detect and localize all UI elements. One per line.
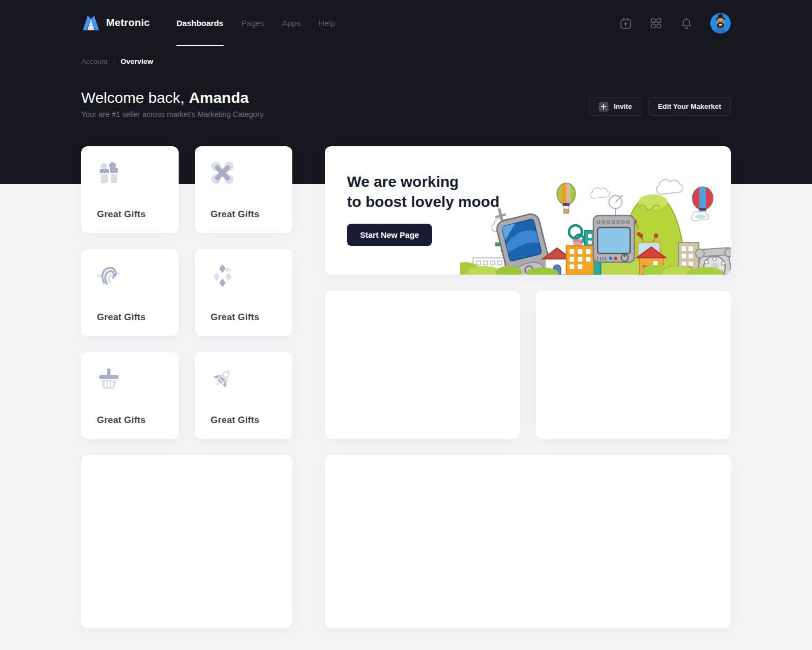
- gift-card[interactable]: Great Gifts: [81, 352, 179, 439]
- brand-logo[interactable]: Metronic: [81, 13, 150, 32]
- user-name-text: Amanda: [189, 89, 248, 106]
- nav-item-apps[interactable]: Apps: [282, 0, 300, 46]
- top-navbar: Metronic Dashboards Pages Apps Help: [0, 0, 812, 46]
- breadcrumb-item-account[interactable]: Account: [81, 57, 108, 66]
- promo-banner-card: We are working to boost lovely mood Star…: [325, 146, 731, 275]
- greeting-text: Welcome back,: [81, 89, 185, 106]
- gift-card[interactable]: Great Gifts: [195, 352, 292, 439]
- banner-heading-line1: We are working: [347, 172, 500, 192]
- placeholder-card: [325, 291, 520, 439]
- gift-card-label: Great Gifts: [97, 415, 146, 426]
- banner-illustration: [460, 146, 731, 275]
- apps-grid-icon[interactable]: [650, 17, 663, 30]
- chevron-right-icon: ›: [113, 58, 115, 66]
- basket-icon: [96, 366, 121, 391]
- edit-button-label: Edit Your Makerket: [658, 102, 721, 110]
- nav-item-help[interactable]: Help: [318, 0, 335, 46]
- hero-actions: Invite Edit Your Makerket: [589, 97, 731, 116]
- main-nav: Dashboards Pages Apps Help: [176, 0, 335, 46]
- invite-button[interactable]: Invite: [589, 97, 641, 116]
- gift-card-label: Great Gifts: [211, 415, 259, 426]
- gift-card-label: Great Gifts: [97, 209, 146, 220]
- brand-name: Metronic: [106, 17, 150, 29]
- edit-your-market-button[interactable]: Edit Your Makerket: [648, 97, 731, 116]
- user-avatar-image: [710, 13, 731, 34]
- placeholder-card: [325, 455, 731, 628]
- placeholder-card: [81, 455, 292, 628]
- page-title: Welcome back,Amanda: [81, 89, 248, 107]
- banner-heading-line2: to boost lovely mood: [347, 192, 500, 212]
- gift-card-label: Great Gifts: [211, 209, 259, 220]
- calendar-add-icon[interactable]: [619, 17, 632, 30]
- gift-card-label: Great Gifts: [97, 312, 146, 323]
- start-new-page-button[interactable]: Start New Page: [347, 224, 432, 246]
- gift-icon: [96, 160, 121, 185]
- metronic-logo-icon: [81, 13, 101, 32]
- page-subtitle: Your are #1 seller across market’s Marke…: [81, 110, 264, 119]
- gift-card[interactable]: Great Gifts: [81, 249, 179, 336]
- user-avatar[interactable]: [710, 13, 731, 34]
- gift-card-label: Great Gifts: [211, 312, 259, 323]
- breadcrumb-item-overview: Overview: [121, 57, 153, 66]
- nav-item-pages[interactable]: Pages: [241, 0, 265, 46]
- banner-heading: We are working to boost lovely mood: [347, 172, 500, 212]
- cartoon-tv: [593, 216, 634, 262]
- page: { "brand": { "name": "Metronic" }, "nav"…: [0, 0, 812, 650]
- notifications-bell-icon[interactable]: [680, 17, 693, 30]
- topbar-actions: [619, 0, 731, 46]
- placeholder-card: [536, 291, 731, 439]
- plus-icon: [599, 102, 608, 112]
- gift-card[interactable]: Great Gifts: [195, 146, 292, 233]
- fingerprint-icon: [96, 263, 121, 288]
- nav-item-dashboards[interactable]: Dashboards: [176, 0, 224, 46]
- cross-blades-icon: [210, 160, 235, 185]
- diamond-snowflake-icon: [210, 263, 235, 288]
- invite-button-label: Invite: [613, 102, 632, 110]
- breadcrumb: Account › Overview: [81, 57, 153, 66]
- rocket-icon: [210, 366, 235, 391]
- gift-card[interactable]: Great Gifts: [81, 146, 179, 233]
- hot-air-balloon-orange: [557, 183, 575, 213]
- gift-card[interactable]: Great Gifts: [195, 249, 292, 336]
